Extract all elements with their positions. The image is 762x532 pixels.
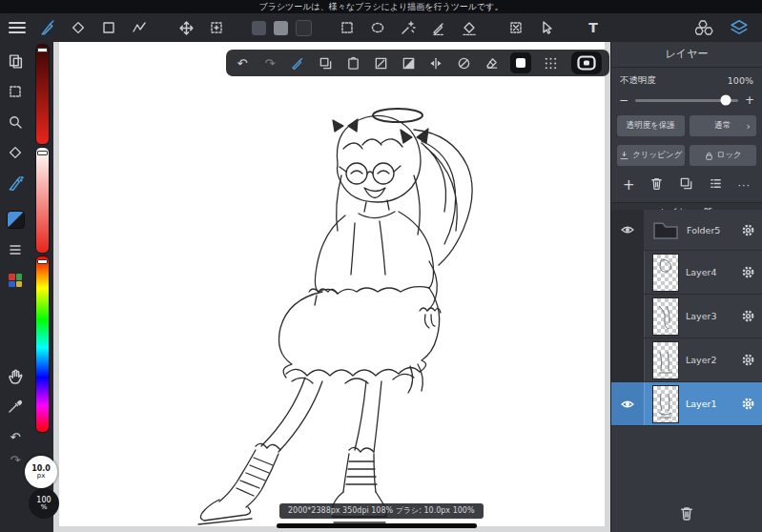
- eraser-tool-button[interactable]: [67, 15, 90, 40]
- opacity-label: 不透明度: [620, 74, 656, 87]
- visibility-toggle[interactable]: [611, 338, 644, 381]
- lock-label: ロック: [717, 150, 742, 161]
- layer-row-layer4[interactable]: Layer4: [611, 251, 762, 295]
- magic-wand-tool-button[interactable]: [397, 15, 420, 40]
- select-lasso-tool-button[interactable]: [366, 15, 389, 40]
- layer-settings-button[interactable]: [737, 309, 758, 323]
- brush-tool-button[interactable]: [36, 15, 59, 40]
- grid-dots-icon: [544, 56, 558, 71]
- rotate-lock-button[interactable]: [455, 54, 472, 72]
- airbrush-button[interactable]: [1, 170, 30, 196]
- layer-row-body[interactable]: Layer2: [644, 338, 762, 381]
- edit-mode-button[interactable]: [289, 54, 306, 72]
- canvas-color-button[interactable]: [510, 52, 531, 73]
- opacity-plus-button[interactable]: +: [745, 93, 754, 107]
- select-rect-tool-button[interactable]: [336, 15, 359, 40]
- opacity-slider[interactable]: [635, 99, 738, 102]
- visibility-toggle[interactable]: [611, 295, 644, 338]
- polyline-tool-button[interactable]: [128, 15, 151, 40]
- chevron-right-icon: ›: [747, 120, 751, 133]
- layer-row-layer3[interactable]: Layer3: [611, 295, 762, 338]
- zoom-indicator[interactable]: 100 %: [29, 488, 59, 519]
- palette-button[interactable]: [1, 267, 30, 294]
- clear-button[interactable]: [483, 54, 500, 72]
- menu-button[interactable]: [6, 15, 29, 40]
- deselect-button[interactable]: [505, 15, 527, 40]
- magnifier-icon: [8, 114, 23, 130]
- layer-thumbnail[interactable]: [652, 254, 679, 292]
- hand-tool-button[interactable]: [1, 362, 30, 389]
- eyedropper-button[interactable]: [1, 393, 30, 419]
- select-pen-tool-button[interactable]: [427, 15, 450, 40]
- visibility-toggle[interactable]: [611, 251, 644, 294]
- slider-handle[interactable]: [37, 48, 48, 52]
- layer-settings-button[interactable]: [737, 397, 758, 411]
- color-panel-button[interactable]: [1, 206, 30, 233]
- layer-row-folder5[interactable]: Folder5: [611, 210, 762, 251]
- layer-settings-button[interactable]: [737, 265, 758, 279]
- select-move-button[interactable]: [535, 15, 558, 40]
- brush-icon: [40, 20, 56, 36]
- opacity-minus-button[interactable]: −: [619, 93, 628, 107]
- layer-settings-button[interactable]: [737, 223, 758, 237]
- delete-layer-button[interactable]: [649, 176, 664, 194]
- copy-button[interactable]: [317, 54, 334, 72]
- layer-thumbnail[interactable]: [652, 385, 679, 423]
- select-button[interactable]: [1, 78, 30, 105]
- transform-tool-button[interactable]: [205, 15, 228, 40]
- select-eraser-tool-button[interactable]: [458, 15, 481, 40]
- opacity-value: 100%: [728, 75, 753, 86]
- hue-slider[interactable]: [35, 256, 50, 433]
- brush-size-indicator[interactable]: 10.0 px: [25, 456, 57, 488]
- layer-row-layer1[interactable]: Layer1: [611, 382, 762, 426]
- transparent-color-swatch[interactable]: [296, 20, 312, 36]
- home-indicator[interactable]: [277, 523, 477, 528]
- paste-button[interactable]: [344, 54, 361, 72]
- text-tool-button[interactable]: T: [582, 15, 605, 40]
- undo-button[interactable]: ↶: [234, 54, 251, 72]
- layer-row-body[interactable]: Layer3: [644, 295, 762, 338]
- value-gradient-slider[interactable]: [35, 147, 50, 254]
- move-tool-button[interactable]: [175, 15, 197, 40]
- duplicate-layer-button[interactable]: [679, 176, 693, 194]
- line-tool-button[interactable]: [372, 54, 389, 72]
- layer-row-body[interactable]: Layer1: [644, 382, 762, 425]
- pages-button[interactable]: [1, 48, 30, 74]
- slider-handle[interactable]: [37, 259, 48, 264]
- panel-delete-button[interactable]: [679, 505, 695, 525]
- more-options-button[interactable]: ···: [737, 179, 751, 192]
- layer-thumbnail[interactable]: [652, 341, 679, 379]
- visibility-toggle[interactable]: [611, 210, 644, 250]
- eraser-sidebar-button[interactable]: [1, 139, 30, 166]
- red-gradient-slider[interactable]: [35, 44, 50, 145]
- flip-horizontal-button[interactable]: [427, 54, 444, 72]
- layer-settings-button[interactable]: [737, 353, 758, 367]
- blend-mode-button[interactable]: 通常 ›: [690, 115, 757, 136]
- pages-icon: [8, 53, 24, 70]
- grid-button[interactable]: [542, 54, 559, 72]
- add-layer-button[interactable]: +: [623, 176, 635, 194]
- layers-panel-button[interactable]: [728, 15, 751, 40]
- cursor-icon: [539, 20, 554, 35]
- materials-panel-button[interactable]: [693, 15, 716, 40]
- tone-button[interactable]: [400, 54, 417, 72]
- clipping-button[interactable]: クリッピング: [617, 145, 685, 166]
- slider-handle[interactable]: [37, 151, 48, 155]
- layer-menu-button[interactable]: [709, 176, 723, 194]
- background-color-swatch[interactable]: [274, 21, 288, 35]
- shape-tool-button[interactable]: [97, 15, 120, 40]
- layer-list-button[interactable]: [1, 236, 30, 263]
- layer-row-layer2[interactable]: Layer2: [611, 338, 762, 382]
- layer-thumbnail[interactable]: [652, 297, 679, 336]
- lock-button[interactable]: ロック: [690, 145, 757, 166]
- visibility-toggle[interactable]: [611, 382, 644, 425]
- protect-alpha-button[interactable]: 透明度を保護: [617, 115, 685, 136]
- redo-button[interactable]: ↷: [261, 54, 278, 72]
- zoom-tool-button[interactable]: [1, 109, 30, 135]
- opacity-slider-knob[interactable]: [720, 95, 731, 106]
- folder-row-body[interactable]: Folder5: [644, 210, 762, 250]
- navigator-toggle-button[interactable]: [571, 51, 602, 74]
- foreground-color-swatch[interactable]: [252, 21, 266, 35]
- layer-row-body[interactable]: Layer4: [644, 251, 762, 294]
- drawing-canvas[interactable]: [59, 42, 605, 526]
